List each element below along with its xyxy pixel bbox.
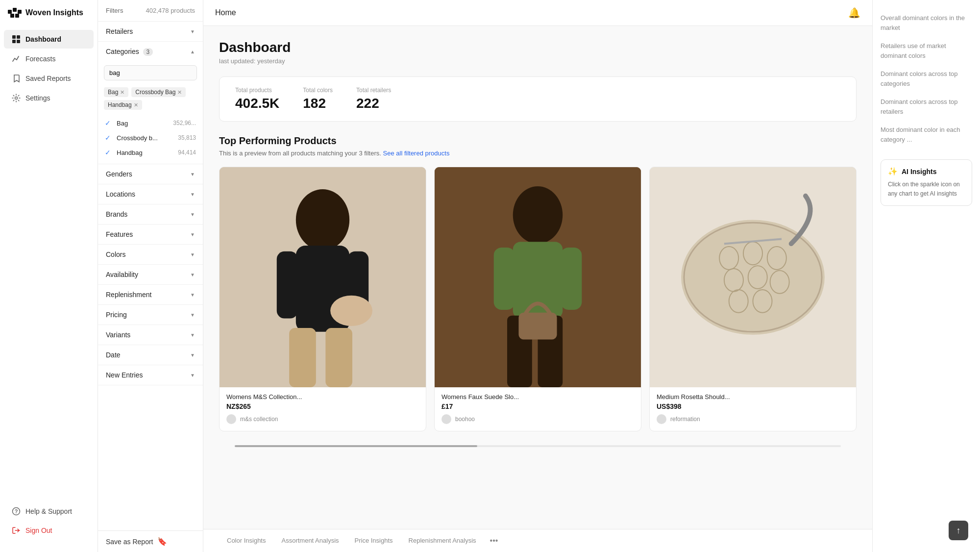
filter-features-label: Features <box>106 230 133 238</box>
svg-rect-18 <box>325 328 352 387</box>
bell-icon[interactable]: 🔔 <box>848 7 860 19</box>
filter-variants-header[interactable]: Variants ▼ <box>98 325 203 345</box>
filter-section-categories: Categories 3 ▲ Bag✕ Crossbody Bag✕ Handb… <box>98 42 203 164</box>
filter-section-features: Features ▼ <box>98 225 203 245</box>
tab-color-insights[interactable]: Color Insights <box>219 530 273 552</box>
filter-brands-header[interactable]: Brands ▼ <box>98 204 203 224</box>
sidebar-item-label: Forecasts <box>25 55 55 63</box>
category-item-crossbody[interactable]: ✓ Crossbody b... 35,813 <box>98 130 203 145</box>
right-panel-link-5[interactable]: Most dominant color in each category ... <box>881 124 972 146</box>
filter-date-header[interactable]: Date ▼ <box>98 345 203 365</box>
product-info-3: Medium Rosetta Should... US$398 reformat… <box>650 387 856 431</box>
filter-panel: Filters 402,478 products Retailers ▼ Cat… <box>98 0 203 552</box>
tab-assortment-analysis[interactable]: Assortment Analysis <box>273 530 346 552</box>
cat-label: Bag <box>117 120 169 127</box>
gear-nav-icon <box>12 94 21 102</box>
product-retailer-1: m&s collection <box>226 414 419 424</box>
svg-point-9 <box>15 97 18 100</box>
filter-availability-header[interactable]: Availability ▼ <box>98 265 203 284</box>
svg-rect-3 <box>10 14 14 18</box>
cat-count: 352,96... <box>173 120 196 126</box>
right-panel-link-2[interactable]: Retailers use of market dominant colors <box>881 40 972 62</box>
filter-product-count: 402,478 products <box>146 7 195 14</box>
filter-section-brands: Brands ▼ <box>98 204 203 225</box>
filter-categories-label: Categories 3 <box>106 48 153 55</box>
bookmark-icon: 🔖 <box>157 537 167 546</box>
logout-icon <box>12 526 21 535</box>
product-name-2: Womens Faux Suede Slo... <box>441 393 634 401</box>
svg-point-13 <box>296 189 349 251</box>
product-grid: Womens M&S Collection... NZ$265 m&s coll… <box>219 167 857 431</box>
svg-rect-17 <box>289 328 316 387</box>
product-info-2: Womens Faux Suede Slo... £17 boohoo <box>435 387 641 431</box>
product-info-1: Womens M&S Collection... NZ$265 m&s coll… <box>220 387 426 431</box>
product-price-1: NZ$265 <box>226 402 419 410</box>
filter-section-date: Date ▼ <box>98 345 203 365</box>
filter-retailers-label: Retailers <box>106 27 133 35</box>
filter-new-entries-header[interactable]: New Entries ▼ <box>98 365 203 385</box>
see-all-link[interactable]: See all filtered products <box>383 150 450 157</box>
right-panel-link-3[interactable]: Dominant colors across top categories <box>881 68 972 90</box>
filter-replenishment-header[interactable]: Replenishment ▼ <box>98 285 203 304</box>
filter-pricing-header[interactable]: Pricing ▼ <box>98 305 203 325</box>
svg-rect-27 <box>518 313 557 340</box>
tab-replenishment-analysis[interactable]: Replenishment Analysis <box>401 530 484 552</box>
remove-tag-crossbody[interactable]: ✕ <box>177 89 182 96</box>
check-icon: ✓ <box>105 149 113 156</box>
sidebar-item-settings[interactable]: Settings <box>4 89 94 107</box>
filter-genders-header[interactable]: Genders ▼ <box>98 164 203 184</box>
right-panel-link-4[interactable]: Dominant colors across top retailers <box>881 96 972 118</box>
filter-footer: Save as Report 🔖 <box>98 530 203 552</box>
save-report-button[interactable]: Save as Report 🔖 <box>106 537 167 546</box>
section-subtitle-top-products: This is a preview from all products matc… <box>219 150 857 157</box>
more-tabs-button[interactable]: ••• <box>486 529 502 552</box>
stat-total-colors: Total colors 182 <box>303 87 333 111</box>
filter-categories-header[interactable]: Categories 3 ▲ <box>98 42 203 61</box>
filter-brands-label: Brands <box>106 210 127 218</box>
remove-tag-bag[interactable]: ✕ <box>120 89 124 96</box>
filter-colors-header[interactable]: Colors ▼ <box>98 245 203 264</box>
cat-count: 94,414 <box>178 149 196 156</box>
check-icon: ✓ <box>105 119 113 127</box>
sidebar-item-sign-out[interactable]: Sign Out <box>4 521 94 540</box>
chevron-down-icon: ▼ <box>190 29 195 34</box>
tab-price-insights[interactable]: Price Insights <box>347 530 401 552</box>
filter-new-entries-label: New Entries <box>106 371 143 379</box>
stat-total-products: Total products 402.5K <box>235 87 279 111</box>
sidebar-item-saved-reports[interactable]: Saved Reports <box>4 69 94 88</box>
product-image-3 <box>650 167 856 387</box>
stat-total-products-value: 402.5K <box>235 96 279 111</box>
filter-replenishment-label: Replenishment <box>106 291 151 299</box>
filter-locations-header[interactable]: Locations ▼ <box>98 184 203 204</box>
cat-label: Handbag <box>117 149 174 156</box>
product-card-1: Womens M&S Collection... NZ$265 m&s coll… <box>219 167 426 431</box>
retailer-name-2: boohoo <box>455 416 475 423</box>
category-item-bag[interactable]: ✓ Bag 352,96... <box>98 116 203 130</box>
sidebar-item-forecasts[interactable]: Forecasts <box>4 50 94 68</box>
cat-label: Crossbody b... <box>117 134 174 142</box>
sidebar-item-label: Help & Support <box>25 507 72 515</box>
top-bar: Home 🔔 <box>203 0 872 26</box>
svg-rect-23 <box>494 248 515 310</box>
svg-rect-22 <box>513 242 563 318</box>
svg-rect-6 <box>17 35 20 39</box>
category-item-handbag[interactable]: ✓ Handbag 94,414 <box>98 145 203 160</box>
svg-point-19 <box>330 296 372 326</box>
right-panel: Overall dominant colors in the market Re… <box>872 0 980 552</box>
scroll-to-top-button[interactable]: ↑ <box>949 521 968 540</box>
right-panel-link-1[interactable]: Overall dominant colors in the market <box>881 12 972 34</box>
product-name-1: Womens M&S Collection... <box>226 393 419 401</box>
filter-retailers-header[interactable]: Retailers ▼ <box>98 22 203 41</box>
app-name: Woven Insights <box>25 8 83 17</box>
stat-total-colors-label: Total colors <box>303 87 333 94</box>
product-card-2: Womens Faux Suede Slo... £17 boohoo <box>434 167 641 431</box>
sidebar-item-help[interactable]: ? Help & Support <box>4 502 94 521</box>
sidebar-item-dashboard[interactable]: Dashboard <box>4 30 94 49</box>
remove-tag-handbag[interactable]: ✕ <box>134 102 138 108</box>
save-report-label: Save as Report <box>106 538 153 546</box>
category-search-input[interactable] <box>104 65 197 80</box>
app-logo: Woven Insights <box>0 8 98 29</box>
product-name-3: Medium Rosetta Should... <box>657 393 849 401</box>
filter-features-header[interactable]: Features ▼ <box>98 225 203 244</box>
scroll-track <box>235 445 841 447</box>
